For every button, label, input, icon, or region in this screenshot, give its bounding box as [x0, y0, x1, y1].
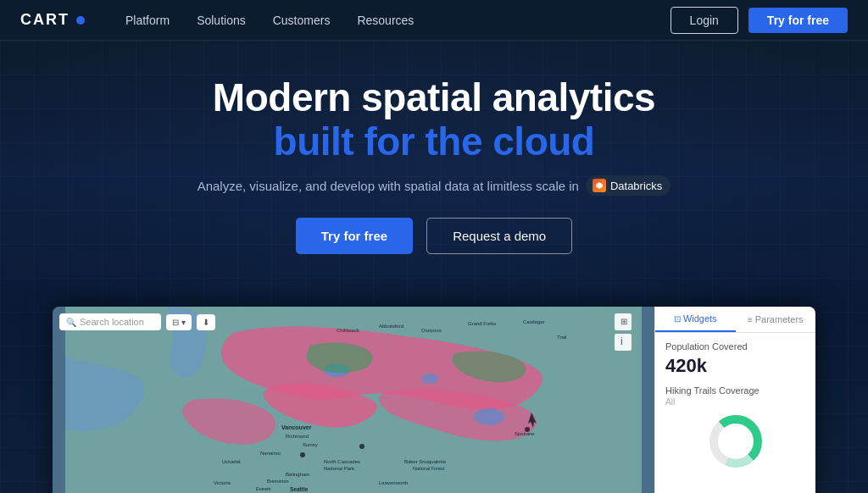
- navbar: CART Platform Solutions Customers Resour…: [0, 0, 868, 41]
- svg-text:i: i: [620, 335, 623, 347]
- hero-section: Modern spatial analytics built for the c…: [0, 41, 868, 493]
- svg-text:Ucluelet: Ucluelet: [222, 459, 241, 464]
- svg-point-6: [359, 444, 364, 449]
- sidebar-content: Population Covered 420k Hiking Trails Co…: [655, 333, 815, 479]
- tab-parameters[interactable]: ≡ Parameters: [736, 307, 816, 332]
- svg-text:National Park: National Park: [324, 466, 355, 471]
- svg-text:Surrey: Surrey: [303, 442, 318, 447]
- tab-widgets[interactable]: ⊡ Widgets: [655, 307, 736, 332]
- svg-text:⊞: ⊞: [620, 317, 627, 326]
- svg-text:Seattle: Seattle: [290, 486, 309, 492]
- svg-text:Bremerton: Bremerton: [267, 479, 289, 484]
- hero-title-line2: built for the cloud: [274, 119, 595, 164]
- try-free-button-hero[interactable]: Try for free: [296, 218, 413, 254]
- widget1-value: 420k: [665, 355, 805, 377]
- svg-point-5: [300, 452, 305, 457]
- donut-chart: [665, 412, 805, 471]
- nav-resources[interactable]: Resources: [357, 14, 414, 27]
- svg-text:Belingham: Belingham: [286, 472, 309, 477]
- svg-text:Victoria: Victoria: [214, 480, 231, 485]
- databricks-badge[interactable]: Databricks: [586, 175, 670, 196]
- filter-arrow: ▾: [181, 318, 186, 327]
- login-button[interactable]: Login: [670, 7, 738, 34]
- svg-point-4: [474, 408, 504, 425]
- map-filter-button[interactable]: ⊟ ▾: [166, 314, 192, 330]
- map-download-button[interactable]: ⬇: [197, 314, 215, 330]
- svg-text:North Cascades: North Cascades: [324, 459, 360, 464]
- download-icon: ⬇: [203, 318, 209, 327]
- svg-text:Grand Forks: Grand Forks: [468, 321, 496, 326]
- map-preview: 🔍 Search location ⊟ ▾ ⬇: [53, 307, 815, 493]
- hero-title-line1: Modern spatial analytics: [213, 76, 655, 119]
- map-svg: Vancouver Chilliwack Abbotsford Richmond…: [53, 307, 654, 493]
- svg-text:Spokane: Spokane: [515, 431, 535, 436]
- svg-text:Trail: Trail: [557, 335, 566, 340]
- nav-links: Platform Solutions Customers Resources: [125, 14, 670, 27]
- subtitle-text: Analyze, visualize, and develop with spa…: [198, 179, 579, 193]
- svg-marker-0: [596, 182, 603, 189]
- svg-text:Richmond: Richmond: [286, 434, 309, 439]
- databricks-label: Databricks: [610, 180, 662, 192]
- sidebar-tabs: ⊡ Widgets ≡ Parameters: [655, 307, 815, 333]
- svg-text:Baker Snoqualmie: Baker Snoqualmie: [404, 459, 447, 464]
- tab-parameters-label: Parameters: [755, 314, 804, 324]
- nav-solutions[interactable]: Solutions: [197, 14, 246, 27]
- widget2-title: Hiking Trails Coverage: [665, 385, 805, 396]
- svg-text:Castlegar: Castlegar: [523, 319, 545, 324]
- params-icon: ≡: [748, 315, 753, 324]
- svg-text:Leavenworth: Leavenworth: [379, 480, 408, 485]
- widget2-label: All: [665, 397, 805, 407]
- map-toolbar: 🔍 Search location ⊟ ▾ ⬇: [59, 313, 215, 330]
- map-search-box[interactable]: 🔍 Search location: [59, 313, 161, 330]
- filter-icon: ⊟: [172, 318, 179, 327]
- search-placeholder: Search location: [80, 317, 144, 327]
- svg-text:Nanaimo: Nanaimo: [260, 451, 281, 456]
- nav-customers[interactable]: Customers: [273, 14, 331, 27]
- svg-text:Osoyoos: Osoyoos: [421, 328, 442, 333]
- svg-point-3: [421, 374, 438, 384]
- widgets-icon: ⊡: [674, 314, 681, 324]
- logo-text: CART: [20, 11, 70, 29]
- svg-rect-34: [615, 334, 632, 351]
- tab-widgets-label: Widgets: [683, 313, 717, 324]
- svg-text:Vancouver: Vancouver: [281, 424, 312, 430]
- databricks-icon: [593, 179, 606, 192]
- svg-text:Chilliwack: Chilliwack: [337, 328, 360, 333]
- search-icon: 🔍: [66, 318, 76, 327]
- nav-platform[interactable]: Platform: [125, 14, 170, 27]
- widget1-title: Population Covered: [665, 341, 805, 352]
- hero-content: Modern spatial analytics built for the c…: [198, 41, 671, 254]
- hero-buttons: Try for free Request a demo: [296, 218, 572, 254]
- request-demo-button[interactable]: Request a demo: [426, 218, 572, 254]
- svg-text:National Forest: National Forest: [413, 466, 445, 471]
- try-free-button-nav[interactable]: Try for free: [748, 8, 848, 33]
- logo-dot-icon: [76, 16, 85, 25]
- svg-text:Abbotsford: Abbotsford: [379, 324, 403, 329]
- logo[interactable]: CART: [20, 11, 85, 29]
- svg-text:Everett: Everett: [256, 486, 271, 491]
- hero-subtitle: Analyze, visualize, and develop with spa…: [198, 175, 671, 196]
- map-sidebar: ⊡ Widgets ≡ Parameters Population Covere…: [654, 307, 815, 493]
- nav-actions: Login Try for free: [670, 7, 848, 34]
- map-canvas[interactable]: 🔍 Search location ⊟ ▾ ⬇: [53, 307, 654, 493]
